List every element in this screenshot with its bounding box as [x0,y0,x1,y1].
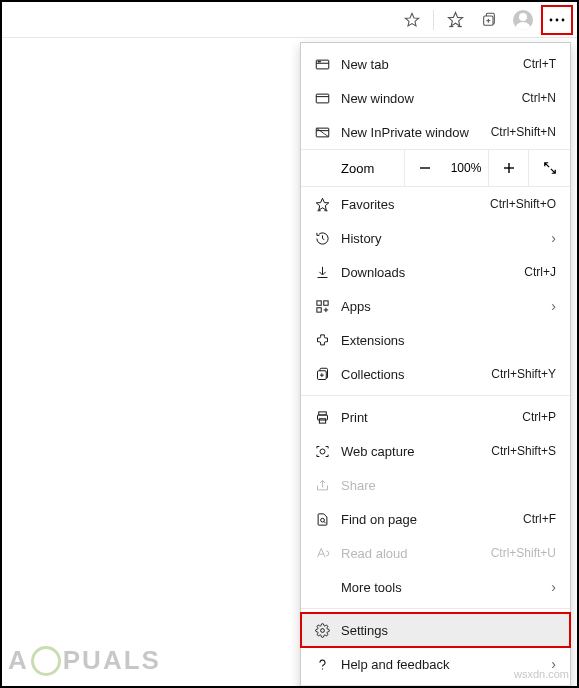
apps-icon [315,299,341,314]
chevron-right-icon: › [538,230,556,246]
label: Find on page [341,512,523,527]
zoom-in-button[interactable] [488,149,528,187]
source-domain-watermark: wsxdn.com [514,668,569,680]
menu-item-web-capture[interactable]: Web capture Ctrl+Shift+S [301,434,570,468]
svg-point-42 [321,628,325,632]
label: Web capture [341,444,491,459]
svg-rect-26 [317,300,321,304]
shortcut: Ctrl+Shift+O [490,197,556,211]
shortcut: Ctrl+Shift+U [491,546,556,560]
downloads-icon [315,265,341,280]
settings-icon [315,623,341,638]
print-icon [315,410,341,425]
svg-rect-28 [317,307,321,311]
minus-icon [419,162,431,174]
appuals-logo-icon [31,646,61,676]
new-tab-icon [315,58,341,71]
label: Read aloud [341,546,491,561]
svg-rect-36 [319,418,325,422]
favorite-this-page-button[interactable] [396,5,428,35]
menu-item-extensions[interactable]: Extensions [301,323,570,357]
menu-item-new-window[interactable]: New window Ctrl+N [301,81,570,115]
label: Help and feedback [341,657,538,672]
shortcut: Ctrl+N [522,91,556,105]
svg-point-12 [318,61,319,62]
label: Favorites [341,197,490,212]
menu-item-new-tab[interactable]: New tab Ctrl+T [301,47,570,81]
menu-item-downloads[interactable]: Downloads Ctrl+J [301,255,570,289]
collections-icon [481,12,497,28]
menu-item-collections[interactable]: Collections Ctrl+Shift+Y [301,357,570,391]
menu-item-apps[interactable]: Apps › [301,289,570,323]
svg-point-7 [550,18,553,21]
menu-item-settings[interactable]: Settings [301,613,570,647]
label: Apps [341,299,538,314]
label: Downloads [341,265,524,280]
label: More tools [341,580,538,595]
favorites-star-lines-icon [447,11,464,28]
menu-item-favorites[interactable]: Favorites Ctrl+Shift+O [301,187,570,221]
new-window-icon [315,92,341,105]
menu-divider [301,608,570,609]
svg-marker-0 [405,13,418,26]
label: Share [341,478,556,493]
label: Collections [341,367,491,382]
shortcut: Ctrl+Shift+N [491,125,556,139]
favorites-button[interactable] [439,5,471,35]
menu-item-share: Share [301,468,570,502]
read-aloud-icon [315,546,341,561]
label: History [341,231,538,246]
svg-rect-27 [324,300,328,304]
toolbar-separator [433,10,434,30]
label: New tab [341,57,523,72]
appuals-watermark: A PUALS [8,645,161,676]
shortcut: Ctrl+T [523,57,556,71]
more-options-menu: New tab Ctrl+T New window Ctrl+N New InP… [300,42,571,688]
chevron-right-icon: › [538,298,556,314]
menu-item-history[interactable]: History › [301,221,570,255]
profile-button[interactable] [507,5,539,35]
svg-point-13 [320,61,321,62]
extensions-icon [315,333,341,348]
zoom-out-button[interactable] [404,149,444,187]
label: Print [341,410,522,425]
svg-point-8 [556,18,559,21]
menu-item-read-aloud: Read aloud Ctrl+Shift+U [301,536,570,570]
favorites-icon [315,197,341,212]
label: Settings [341,623,556,638]
shortcut: Ctrl+Shift+Y [491,367,556,381]
inprivate-icon [315,126,341,139]
menu-item-print[interactable]: Print Ctrl+P [301,400,570,434]
shortcut: Ctrl+J [524,265,556,279]
shortcut: Ctrl+P [522,410,556,424]
fullscreen-icon [543,161,557,175]
svg-point-43 [322,668,323,669]
fullscreen-button[interactable] [528,149,570,187]
profile-avatar-icon [513,10,533,30]
label: New window [341,91,522,106]
toolbar [2,2,577,38]
more-options-button[interactable] [541,5,573,35]
label: Extensions [341,333,556,348]
menu-item-new-inprivate-window[interactable]: New InPrivate window Ctrl+Shift+N [301,115,570,149]
plus-icon [503,162,515,174]
shortcut: Ctrl+Shift+S [491,444,556,458]
menu-item-more-tools[interactable]: More tools › [301,570,570,604]
svg-line-40 [324,521,326,523]
web-capture-icon [315,444,341,459]
svg-marker-21 [316,198,329,210]
collections-button[interactable] [473,5,505,35]
star-icon [404,12,420,28]
svg-rect-14 [316,94,329,103]
share-icon [315,478,341,493]
menu-divider [301,395,570,396]
chevron-right-icon: › [538,579,556,595]
ellipsis-icon [549,18,565,22]
label: New InPrivate window [341,125,491,140]
menu-item-find-on-page[interactable]: Find on page Ctrl+F [301,502,570,536]
history-icon [315,231,341,246]
zoom-label: Zoom [301,161,404,176]
svg-point-37 [320,449,325,454]
svg-point-9 [562,18,565,21]
zoom-row: Zoom 100% [301,149,570,187]
